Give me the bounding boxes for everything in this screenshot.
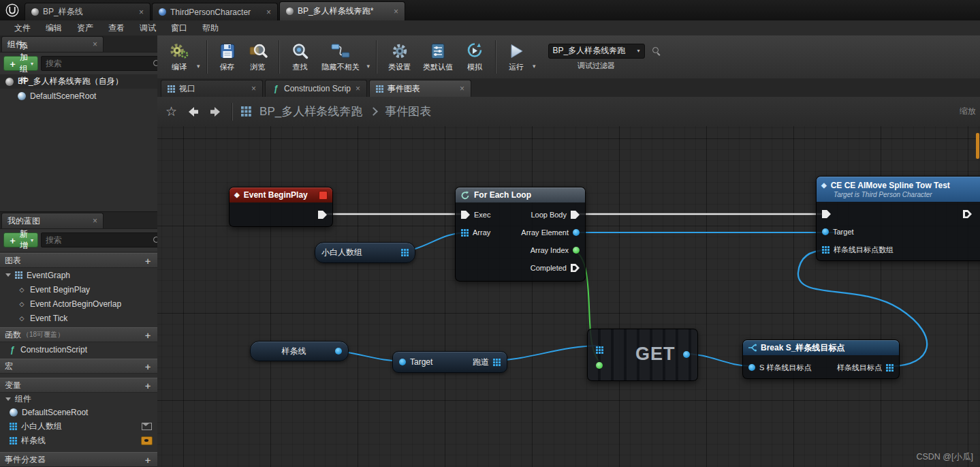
category-components[interactable]: 组件: [0, 393, 157, 405]
array-out-pin[interactable]: [401, 249, 409, 256]
my-blueprint-search-input[interactable]: [44, 235, 153, 245]
public-eye-icon[interactable]: [141, 436, 153, 445]
loop-body-exec-pin[interactable]: [571, 211, 580, 219]
spline-points-in-pin[interactable]: [822, 246, 829, 254]
close-icon[interactable]: ×: [355, 85, 360, 93]
list-item-event-actorbeginoverlap[interactable]: ◇ Event ActorBeginOverlap: [0, 297, 157, 311]
menu-file[interactable]: 文件: [7, 22, 38, 34]
expander-icon[interactable]: [5, 397, 11, 401]
close-icon[interactable]: ×: [251, 85, 256, 93]
class-defaults-button[interactable]: 类默认值: [417, 41, 459, 74]
add-graph-icon[interactable]: ＋: [143, 256, 153, 265]
section-variables[interactable]: 变量 ＋: [0, 378, 157, 393]
object-out-pin[interactable]: [335, 348, 342, 355]
play-button[interactable]: 运行: [501, 41, 531, 74]
node-event-beginplay[interactable]: ◆ Event BeginPlay: [229, 187, 333, 227]
section-functions[interactable]: 函数 （18可覆盖） ＋: [0, 327, 157, 342]
find-button[interactable]: 查找: [285, 41, 316, 74]
array-out-pin[interactable]: [493, 359, 501, 366]
graph-scroll-indicator[interactable]: [976, 133, 979, 159]
component-item-defaultsceneroot[interactable]: DefaultSceneRoot: [0, 89, 157, 103]
node-for-each-loop[interactable]: For Each Loop Exec Loop Body Array Array…: [455, 187, 586, 282]
array-in-pin[interactable]: [461, 229, 469, 237]
forward-arrow-icon[interactable]: [208, 105, 223, 119]
list-item-eventgraph[interactable]: EventGraph: [0, 268, 157, 282]
add-component-button[interactable]: ＋ 添加组件 ▾: [3, 56, 38, 71]
expander-icon[interactable]: [5, 273, 11, 277]
node-array-get[interactable]: GET: [587, 329, 698, 381]
target-in-pin[interactable]: [399, 359, 406, 365]
class-settings-button[interactable]: 类设置: [382, 41, 417, 74]
node-break-struct[interactable]: Break S_样条线目标点 S 样条线目标点 样条线目标点: [742, 340, 900, 379]
node-var-spline[interactable]: 样条线: [250, 341, 349, 361]
tab-event-graph[interactable]: 事件图表 ×: [369, 80, 471, 97]
menu-view[interactable]: 查看: [101, 22, 132, 34]
add-variable-icon[interactable]: ＋: [143, 381, 153, 390]
node-ai-move-spline[interactable]: ◆ CE CE AIMove Spline Tow Test Target is…: [816, 176, 980, 261]
breadcrumb-blueprint[interactable]: BP_多人样条线奔跑: [259, 104, 362, 119]
compile-button[interactable]: 编译: [163, 41, 195, 74]
add-macro-icon[interactable]: ＋: [143, 362, 153, 371]
private-eye-icon[interactable]: [142, 423, 152, 430]
target-in-pin[interactable]: [822, 228, 829, 235]
simulate-button[interactable]: 模拟: [459, 41, 490, 74]
tab-components[interactable]: 组件 ×: [1, 36, 104, 52]
debug-search-icon[interactable]: [652, 46, 661, 55]
tab-my-blueprint[interactable]: 我的蓝图 ×: [1, 213, 104, 228]
node-get-track[interactable]: Target 跑道: [392, 351, 507, 373]
list-item-event-beginplay[interactable]: ◇ Event BeginPlay: [0, 282, 157, 297]
components-search-input[interactable]: [44, 58, 153, 69]
close-icon[interactable]: ×: [266, 8, 271, 16]
breadcrumb-current-graph[interactable]: 事件图表: [385, 104, 431, 119]
completed-exec-pin[interactable]: [571, 264, 580, 272]
close-icon[interactable]: ×: [460, 85, 464, 93]
menu-debug[interactable]: 调试: [132, 22, 163, 34]
exec-in-pin[interactable]: [822, 210, 831, 218]
struct-in-pin[interactable]: [748, 364, 755, 371]
chevron-down-icon[interactable]: ▾: [195, 63, 202, 70]
chevron-down-icon[interactable]: ▾: [531, 63, 537, 70]
variable-pawn-array[interactable]: 小白人数组: [0, 419, 157, 434]
section-graphs[interactable]: 图表 ＋: [0, 253, 157, 268]
asset-tab-bp-multi-spline[interactable]: BP_多人样条线奔跑* ×: [279, 1, 405, 20]
menu-window[interactable]: 窗口: [163, 22, 195, 34]
variable-defaultsceneroot[interactable]: DefaultSceneRoot: [0, 405, 157, 419]
close-icon[interactable]: ×: [394, 7, 398, 16]
hide-unrelated-button[interactable]: 隐藏不相关: [316, 41, 366, 74]
menu-asset[interactable]: 资产: [69, 22, 101, 34]
add-dispatcher-icon[interactable]: ＋: [143, 455, 153, 464]
add-new-button[interactable]: ＋ 新增 ▾: [3, 232, 38, 247]
exec-out-pin[interactable]: [963, 210, 972, 218]
element-out-pin[interactable]: [683, 351, 690, 358]
array-element-pin[interactable]: [573, 229, 580, 236]
close-icon[interactable]: ×: [93, 40, 97, 48]
add-function-icon[interactable]: ＋: [143, 331, 153, 340]
index-in-pin[interactable]: [596, 362, 603, 369]
array-in-pin[interactable]: [596, 346, 603, 354]
graph-canvas[interactable]: ◆ Event BeginPlay For Each Loop: [157, 126, 980, 467]
section-macros[interactable]: 宏 ＋: [0, 359, 157, 374]
close-icon[interactable]: ×: [93, 217, 97, 225]
back-arrow-icon[interactable]: [185, 105, 200, 119]
list-item-constructionscript[interactable]: ƒ ConstructionScript: [0, 342, 157, 357]
asset-tab-bp-spline[interactable]: BP_样条线 ×: [25, 3, 151, 20]
close-icon[interactable]: ×: [139, 8, 144, 16]
bookmark-star-icon[interactable]: ☆: [165, 105, 177, 118]
menu-help[interactable]: 帮助: [195, 22, 226, 34]
variable-spline[interactable]: 样条线: [0, 434, 157, 448]
node-var-pawn-array[interactable]: 小白人数组: [315, 242, 415, 263]
tab-construction-script[interactable]: ƒ Construction Scrip ×: [265, 80, 367, 97]
save-button[interactable]: 保存: [212, 41, 242, 74]
component-root-item[interactable]: BP_多人样条线奔跑（自身）: [0, 74, 157, 89]
exec-in-pin[interactable]: [461, 211, 470, 219]
browse-button[interactable]: 浏览: [242, 41, 274, 74]
exec-out-pin[interactable]: [318, 211, 327, 219]
debug-object-dropdown[interactable]: BP_多人样条线奔跑 ▾: [548, 44, 645, 59]
asset-tab-thirdperson[interactable]: ThirdPersonCharacter ×: [152, 3, 278, 20]
array-index-pin[interactable]: [573, 247, 580, 254]
chevron-down-icon[interactable]: ▾: [366, 63, 372, 70]
tab-viewport[interactable]: 视口 ×: [161, 80, 263, 97]
list-item-event-tick[interactable]: ◇ Event Tick: [0, 311, 157, 325]
section-event-dispatchers[interactable]: 事件分发器 ＋: [0, 452, 157, 467]
menu-edit[interactable]: 编辑: [38, 22, 69, 34]
